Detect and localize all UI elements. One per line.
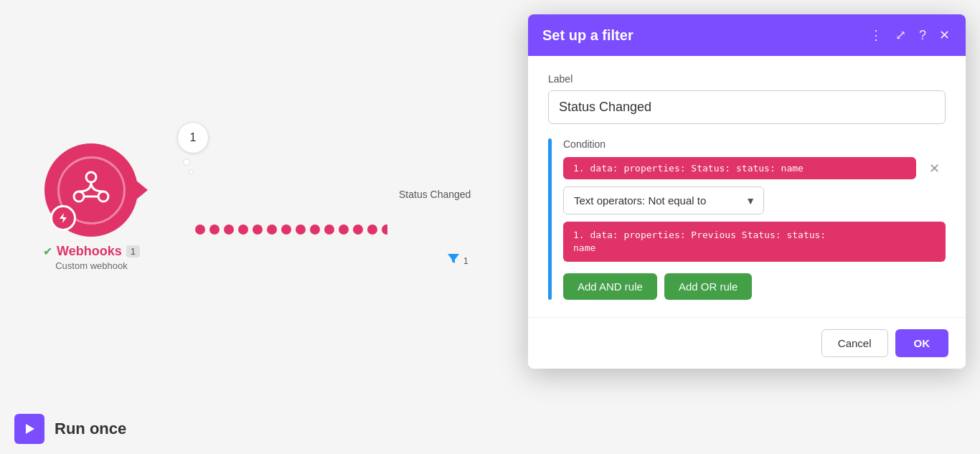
operator-select-wrapper: Text operators: Not equal to ▼ <box>563 186 764 214</box>
cancel-button[interactable]: Cancel <box>821 329 888 357</box>
funnel-icon <box>446 252 461 270</box>
node-label: ✔ Webhooks 1 <box>43 244 140 259</box>
dot <box>195 224 205 235</box>
dot <box>224 224 234 235</box>
svg-point-0 <box>86 172 96 182</box>
condition-border <box>548 138 552 300</box>
webhook-title: Webhooks <box>57 244 122 259</box>
operator-row: Text operators: Not equal to ▼ <box>563 186 946 214</box>
add-and-rule-button[interactable]: Add AND rule <box>563 273 657 300</box>
svg-marker-3 <box>26 424 34 434</box>
dot <box>296 224 306 235</box>
run-once-label: Run once <box>55 420 126 438</box>
operator-select[interactable]: Text operators: Not equal to <box>563 186 764 214</box>
run-once-bar: Run once <box>0 404 980 454</box>
dot <box>310 224 320 235</box>
dot <box>339 224 349 235</box>
step-number-bubble: 1 <box>177 122 209 153</box>
bubble-dot-1 <box>183 159 190 166</box>
condition-content: Condition 1. data: properties: Status: s… <box>563 138 946 300</box>
dot <box>281 224 291 235</box>
dot <box>353 224 363 235</box>
run-once-button[interactable] <box>14 414 44 444</box>
condition-row-1: 1. data: properties: Status: status: nam… <box>563 157 946 179</box>
dot <box>267 224 277 235</box>
expand-button[interactable]: ⤢ <box>894 26 908 44</box>
close-button[interactable]: ✕ <box>938 26 951 44</box>
remove-condition-button[interactable]: ✕ <box>923 158 946 179</box>
webhook-node-circle[interactable] <box>44 143 138 237</box>
webhook-node[interactable]: ✔ Webhooks 1 Custom webhook <box>43 143 140 271</box>
modal-title: Set up a filter <box>542 27 633 44</box>
filter-node-label: Status Changed <box>399 189 471 200</box>
dot-half <box>382 224 387 235</box>
filter-modal: Set up a filter ⋮ ⤢ ? ✕ Label Condition … <box>528 14 966 369</box>
modal-header: Set up a filter ⋮ ⤢ ? ✕ <box>528 14 966 56</box>
condition-tag[interactable]: 1. data: properties: Status: status: nam… <box>563 157 916 179</box>
check-icon: ✔ <box>43 245 52 258</box>
filter-funnel[interactable]: 1 <box>446 252 468 270</box>
node-arrow <box>132 177 148 203</box>
ok-button[interactable]: OK <box>895 329 949 357</box>
help-button[interactable]: ? <box>918 27 928 44</box>
modal-header-icons: ⋮ ⤢ ? ✕ <box>868 26 951 44</box>
label-field-label: Label <box>548 73 946 85</box>
dot <box>209 224 220 235</box>
funnel-count: 1 <box>463 256 468 266</box>
value-tag[interactable]: 1. data: properties: Previous Status: st… <box>563 222 946 262</box>
modal-footer: Cancel OK <box>528 317 966 369</box>
bubble-dot-2 <box>189 169 194 174</box>
connection-line <box>195 224 387 235</box>
label-input[interactable] <box>548 90 946 124</box>
more-options-button[interactable]: ⋮ <box>868 26 884 44</box>
dot <box>324 224 334 235</box>
lightning-badge <box>50 205 76 231</box>
svg-point-1 <box>74 191 84 202</box>
dot <box>367 224 377 235</box>
action-buttons: Add AND rule Add OR rule <box>563 273 946 300</box>
webhook-icon <box>72 167 110 213</box>
dot <box>253 224 263 235</box>
dot <box>238 224 248 235</box>
add-or-rule-button[interactable]: Add OR rule <box>664 273 753 300</box>
webhook-count: 1 <box>126 245 140 257</box>
modal-body: Label Condition 1. data: properties: Sta… <box>528 56 966 317</box>
condition-section: Condition 1. data: properties: Status: s… <box>548 138 946 300</box>
svg-point-2 <box>98 191 108 202</box>
condition-label: Condition <box>563 138 946 150</box>
webhook-subtitle: Custom webhook <box>55 260 127 271</box>
